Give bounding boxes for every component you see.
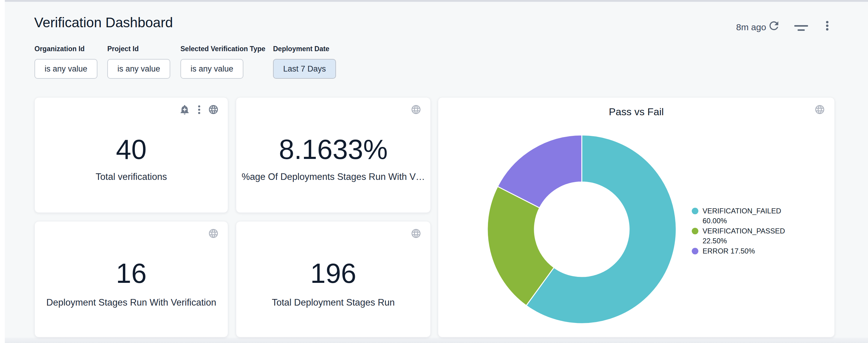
filter-label-deployment-date: Deployment Date <box>273 45 330 53</box>
tile-total-verifications: 40 Total verifications <box>34 97 228 213</box>
legend-dot <box>692 228 699 234</box>
globe-icon[interactable] <box>208 104 219 115</box>
legend-dot <box>692 248 699 254</box>
pass-vs-fail-panel: Pass vs Fail VERIFICATION_FAILED 60.00% … <box>438 97 835 337</box>
tile-value: 196 <box>236 260 430 287</box>
legend-label: VERIFICATION_FAILED <box>703 207 781 215</box>
top-border <box>5 0 868 2</box>
legend-label: VERIFICATION_PASSED <box>703 227 785 235</box>
globe-icon[interactable] <box>208 228 219 239</box>
globe-icon[interactable] <box>814 104 825 115</box>
tile-label: Total Deployment Stages Run <box>236 297 430 308</box>
globe-icon[interactable] <box>411 104 422 115</box>
filter-label-verification-type: Selected Verification Type <box>180 45 265 53</box>
legend-label: ERROR <box>703 247 728 255</box>
filter-icon[interactable] <box>794 22 807 35</box>
chart-title: Pass vs Fail <box>438 106 834 117</box>
filter-project-id-button[interactable]: is any value <box>107 59 170 79</box>
tile-label: %age Of Deployments Stages Run With V… <box>236 171 430 182</box>
last-updated-text: 8m ago <box>736 22 766 32</box>
filter-organization-id-button[interactable]: is any value <box>34 59 97 79</box>
filter-label-project-id: Project Id <box>107 45 139 53</box>
donut-chart-svg[interactable] <box>487 134 677 324</box>
legend-value: 22.50% <box>703 237 727 245</box>
tile-total-stages-run: 196 Total Deployment Stages Run <box>236 221 431 337</box>
filter-label-organization-id: Organization Id <box>34 45 85 53</box>
legend-item-error[interactable]: ERROR 17.50% <box>692 246 820 256</box>
legend-value: 60.00% <box>703 217 727 225</box>
tile-stages-run-with-verification: 16 Deployment Stages Run With Verificati… <box>34 221 228 337</box>
more-vert-icon[interactable] <box>820 19 834 32</box>
tile-value: 16 <box>35 260 228 287</box>
page-title: Verification Dashboard <box>34 14 173 31</box>
legend-dot <box>692 208 699 214</box>
legend-item-verification-passed[interactable]: VERIFICATION_PASSED 22.50% <box>692 226 820 246</box>
filter-verification-type-button[interactable]: is any value <box>180 59 243 79</box>
globe-icon[interactable] <box>411 228 422 239</box>
tile-value: 8.1633% <box>236 136 430 163</box>
bottom-shade <box>5 338 868 343</box>
tile-label: Deployment Stages Run With Verification <box>35 297 228 308</box>
legend-item-verification-failed[interactable]: VERIFICATION_FAILED 60.00% <box>692 206 820 226</box>
tile-more-vert-icon[interactable] <box>194 104 205 115</box>
left-gutter <box>0 0 5 343</box>
tile-pct-stages-with-verification: 8.1633% %age Of Deployments Stages Run W… <box>236 97 431 213</box>
filter-deployment-date-button[interactable]: Last 7 Days <box>273 59 336 79</box>
tile-value: 40 <box>35 136 228 163</box>
alert-bell-icon[interactable] <box>179 104 190 115</box>
tile-label: Total verifications <box>35 171 228 182</box>
chart-legend: VERIFICATION_FAILED 60.00% VERIFICATION_… <box>692 206 820 256</box>
legend-value: 17.50% <box>731 247 755 255</box>
refresh-icon[interactable] <box>767 19 780 32</box>
